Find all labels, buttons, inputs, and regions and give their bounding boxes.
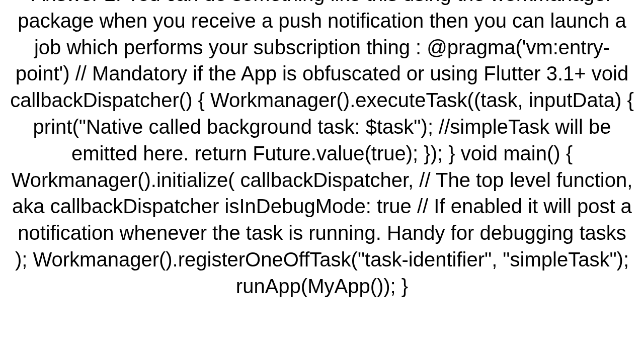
answer-body: Answer 2: You can do something like this… xyxy=(10,0,634,297)
answer-text-block: Answer 2: You can do something like this… xyxy=(5,0,639,300)
